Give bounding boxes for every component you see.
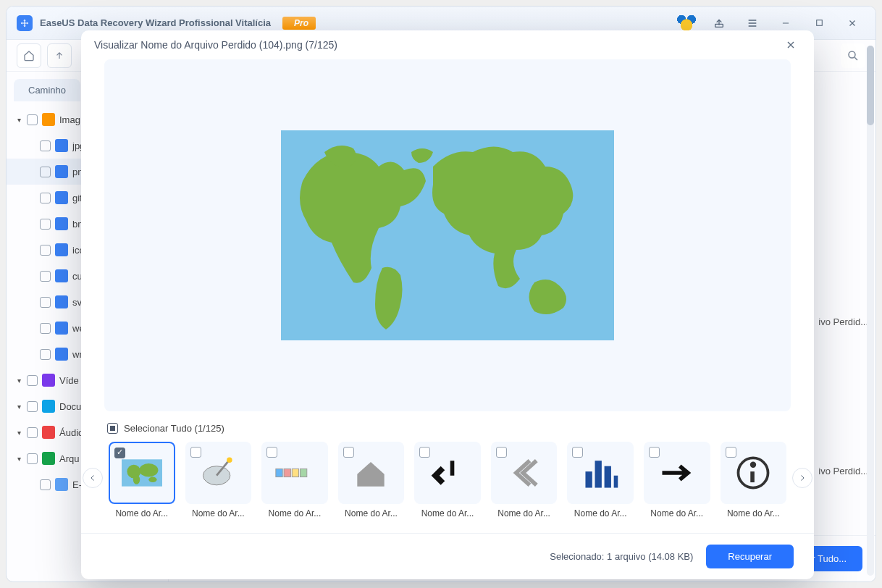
thumbnail-checkbox[interactable] <box>190 447 201 458</box>
svg-point-6 <box>139 463 158 477</box>
tree-checkbox[interactable] <box>40 193 51 203</box>
recover-button[interactable]: Recuperar <box>706 545 794 568</box>
app-icon <box>17 15 33 31</box>
select-all-checkbox[interactable] <box>107 423 118 434</box>
thumbnail-box[interactable] <box>644 442 710 504</box>
video-icon <box>42 374 55 387</box>
close-button[interactable] <box>839 10 865 36</box>
thumbnail[interactable]: Nome do Ar... <box>185 442 252 518</box>
strip-next-button[interactable] <box>792 468 812 488</box>
thumbnail-box[interactable] <box>414 442 481 504</box>
tree-label: Arqu <box>59 453 79 464</box>
tree-label: Víde <box>59 375 79 386</box>
thumbnail-label: Nome do Ar... <box>338 508 405 518</box>
thumbnail-box[interactable] <box>261 442 328 504</box>
svg-point-9 <box>203 466 230 485</box>
folder-icon <box>55 191 68 204</box>
thumbnail-checkbox[interactable] <box>496 447 507 458</box>
selection-info: Selecionado: 1 arquivo (14.08 KB) <box>550 551 693 562</box>
tree-checkbox[interactable] <box>27 375 38 386</box>
thumbnail-box[interactable] <box>721 442 787 504</box>
thumbnail[interactable]: Nome do Ar... <box>109 442 175 518</box>
select-all-row[interactable]: Selecionar Tudo (1/125) <box>81 417 814 439</box>
svg-rect-0 <box>715 24 723 27</box>
thumbnail-checkbox[interactable] <box>726 447 736 458</box>
scrollbar-thumb[interactable] <box>867 46 874 125</box>
thumbnail-checkbox[interactable] <box>649 447 660 458</box>
svg-point-8 <box>148 477 156 482</box>
svg-point-11 <box>227 458 232 463</box>
tree-checkbox[interactable] <box>40 140 51 151</box>
thumbnail[interactable]: Nome do Ar... <box>414 442 481 518</box>
folder-icon <box>55 243 68 256</box>
caret-icon: ▾ <box>15 429 22 437</box>
thumbnail-label: Nome do Ar... <box>261 508 328 518</box>
tree-checkbox[interactable] <box>27 453 38 464</box>
arch-icon <box>42 452 55 465</box>
up-button[interactable] <box>47 43 72 68</box>
thumbnail[interactable]: Nome do Ar... <box>261 442 328 518</box>
tree-checkbox[interactable] <box>40 219 51 230</box>
select-all-label: Selecionar Tudo (1/125) <box>124 423 224 434</box>
folder-icon <box>55 269 68 282</box>
thumbnail-box[interactable] <box>185 442 252 504</box>
thumbnail-checkbox[interactable] <box>419 447 430 458</box>
thumbnail-label: Nome do Ar... <box>109 508 175 518</box>
thumbnail-label: Nome do Ar... <box>567 508 634 518</box>
tree-checkbox[interactable] <box>40 349 51 360</box>
svg-rect-13 <box>284 469 290 476</box>
folder-icon <box>55 217 68 230</box>
thumbnail-box[interactable] <box>338 442 405 504</box>
folder-icon <box>55 139 68 152</box>
grid-item-label: ivo Perdid... <box>818 316 868 327</box>
modal-footer: Selecionado: 1 arquivo (14.08 KB) Recupe… <box>81 533 814 579</box>
pro-badge: Pro <box>282 17 316 30</box>
modal-close-button[interactable] <box>781 35 801 55</box>
thumbnail[interactable]: Nome do Ar... <box>721 442 787 518</box>
thumbnail-checkbox[interactable] <box>343 447 354 458</box>
svg-point-2 <box>849 51 855 58</box>
thumbnail[interactable]: Nome do Ar... <box>644 442 710 518</box>
tree-checkbox[interactable] <box>27 114 38 125</box>
thumbnail-label: Nome do Ar... <box>414 508 481 518</box>
tree-checkbox[interactable] <box>40 245 51 256</box>
preview-modal: Visualizar Nome do Arquivo Perdido (104)… <box>81 30 814 579</box>
caret-icon: ▾ <box>15 116 22 124</box>
tree-checkbox[interactable] <box>40 167 51 177</box>
folder-icon <box>55 348 68 361</box>
thumbnail-strip: Nome do Ar...Nome do Ar...Nome do Ar...N… <box>81 439 814 533</box>
strip-prev-button[interactable] <box>83 468 103 488</box>
thumbnail-box[interactable] <box>567 442 634 504</box>
tree-checkbox[interactable] <box>27 401 38 412</box>
doc-icon <box>42 400 55 413</box>
tree-label: Áudio <box>59 427 83 438</box>
mail-icon <box>55 478 68 491</box>
tree-checkbox[interactable] <box>40 271 51 282</box>
tree-checkbox[interactable] <box>40 479 51 490</box>
thumbnail-checkbox[interactable] <box>114 448 125 458</box>
thumbnail-label: Nome do Ar... <box>185 508 252 518</box>
svg-rect-16 <box>586 471 592 487</box>
svg-point-7 <box>133 475 140 484</box>
search-button[interactable] <box>841 43 865 68</box>
tree-label: Imag <box>59 114 80 125</box>
svg-rect-18 <box>605 466 611 488</box>
svg-point-21 <box>752 463 755 466</box>
thumbnail-label: Nome do Ar... <box>721 508 787 518</box>
grid-item-label: ivo Perdid... <box>818 466 868 476</box>
tree-checkbox[interactable] <box>40 297 51 308</box>
thumbnail-box[interactable] <box>109 442 175 504</box>
thumbnail-box[interactable] <box>491 442 558 504</box>
thumbnail-checkbox[interactable] <box>572 447 583 458</box>
thumbnail-checkbox[interactable] <box>266 447 277 458</box>
scrollbar[interactable] <box>867 46 874 576</box>
svg-rect-19 <box>614 476 618 488</box>
svg-rect-17 <box>595 461 602 487</box>
thumbnail[interactable]: Nome do Ar... <box>338 442 405 518</box>
thumbnail[interactable]: Nome do Ar... <box>491 442 558 518</box>
home-button[interactable] <box>17 43 41 68</box>
tree-checkbox[interactable] <box>40 323 51 334</box>
thumbnail[interactable]: Nome do Ar... <box>567 442 634 518</box>
svg-rect-14 <box>292 469 298 476</box>
tree-checkbox[interactable] <box>27 427 38 438</box>
